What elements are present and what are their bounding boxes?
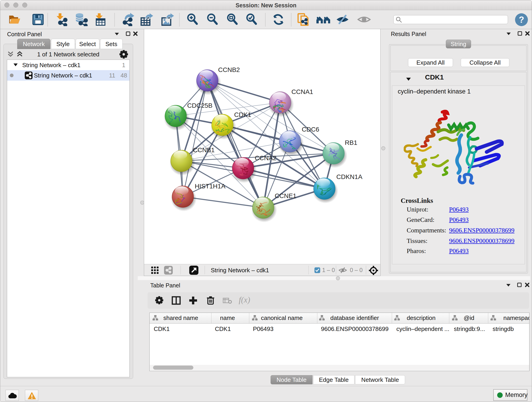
- svg-text:CCNA1: CCNA1: [291, 88, 313, 95]
- svg-text:RB1: RB1: [345, 139, 357, 146]
- svg-text:CCNB1: CCNB1: [193, 147, 215, 153]
- svg-text:CCNA2: CCNA2: [255, 154, 277, 162]
- svg-text:HIST1H1A: HIST1H1A: [195, 183, 225, 190]
- svg-text:CDC6: CDC6: [302, 126, 319, 133]
- svg-text:CDC25B: CDC25B: [187, 102, 212, 109]
- svg-text:CCNB2: CCNB2: [218, 66, 240, 73]
- svg-text:?: ?: [519, 15, 524, 25]
- svg-text:CDK1: CDK1: [234, 111, 251, 118]
- svg-text:CCNE1: CCNE1: [275, 192, 297, 199]
- svg-text:CDKN1A: CDKN1A: [336, 173, 362, 180]
